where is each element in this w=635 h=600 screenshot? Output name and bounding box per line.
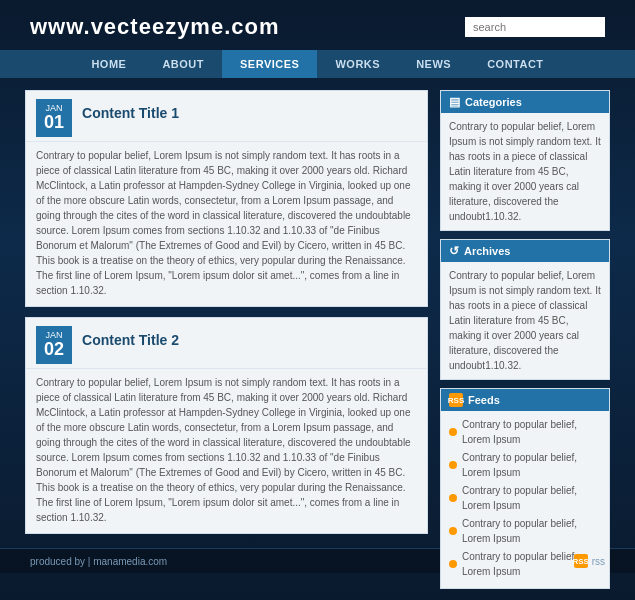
feeds-title: Feeds: [468, 394, 500, 406]
nav-item-about[interactable]: ABOUT: [144, 50, 222, 78]
main-content: Jan01Content Title 1Contrary to popular …: [0, 78, 635, 548]
header: www.vecteezyme.com: [0, 0, 635, 50]
sidebar: ▤ Categories Contrary to popular belief,…: [440, 90, 610, 536]
archives-header: ↺ Archives: [441, 240, 609, 262]
rss-label: rss: [592, 556, 605, 567]
feed-dot-4: [449, 527, 457, 535]
feed-item-1: Contrary to popular belief, Lorem Ipsum: [449, 417, 601, 447]
feed-item-3: Contrary to popular belief, Lorem Ipsum: [449, 483, 601, 513]
nav-item-news[interactable]: NEWS: [398, 50, 469, 78]
footer-text: produced by | manamedia.com: [30, 556, 167, 567]
article-title-2: Content Title 2: [82, 326, 179, 348]
article-header-1: Jan01Content Title 1: [26, 91, 427, 142]
archives-body: Contrary to popular belief, Lorem Ipsum …: [441, 262, 609, 379]
search-input[interactable]: [465, 17, 605, 37]
date-box-1: Jan01: [36, 99, 72, 137]
categories-title: Categories: [465, 96, 522, 108]
nav-item-works[interactable]: WORKS: [317, 50, 398, 78]
feed-dot-3: [449, 494, 457, 502]
site-title: www.vecteezyme.com: [30, 14, 280, 40]
nav-item-home[interactable]: HOME: [73, 50, 144, 78]
categories-body: Contrary to popular belief, Lorem Ipsum …: [441, 113, 609, 230]
feed-text-1: Contrary to popular belief, Lorem Ipsum: [462, 417, 601, 447]
date-day-1: 01: [44, 113, 64, 133]
categories-widget: ▤ Categories Contrary to popular belief,…: [440, 90, 610, 231]
nav-item-services[interactable]: SERVICES: [222, 50, 317, 78]
rss-icon: RSS: [449, 393, 463, 407]
feed-item-4: Contrary to popular belief, Lorem Ipsum: [449, 516, 601, 546]
footer-rss[interactable]: RSS rss: [574, 554, 605, 568]
article-2: Jan02Content Title 2Contrary to popular …: [25, 317, 428, 534]
categories-icon: ▤: [449, 95, 460, 109]
archives-icon: ↺: [449, 244, 459, 258]
feed-item-2: Contrary to popular belief, Lorem Ipsum: [449, 450, 601, 480]
article-body-1: Contrary to popular belief, Lorem Ipsum …: [26, 142, 427, 306]
rss-footer-icon: RSS: [574, 554, 588, 568]
categories-header: ▤ Categories: [441, 91, 609, 113]
article-1: Jan01Content Title 1Contrary to popular …: [25, 90, 428, 307]
articles-section: Jan01Content Title 1Contrary to popular …: [25, 90, 428, 536]
feeds-header: RSS Feeds: [441, 389, 609, 411]
nav-item-contact[interactable]: CONTACT: [469, 50, 561, 78]
feed-dot-2: [449, 461, 457, 469]
feed-text-3: Contrary to popular belief, Lorem Ipsum: [462, 483, 601, 513]
feed-dot-1: [449, 428, 457, 436]
archives-widget: ↺ Archives Contrary to popular belief, L…: [440, 239, 610, 380]
archives-title: Archives: [464, 245, 510, 257]
date-day-2: 02: [44, 340, 64, 360]
nav: HOMEABOUTSERVICESWORKSNEWSCONTACT: [0, 50, 635, 78]
feed-text-4: Contrary to popular belief, Lorem Ipsum: [462, 516, 601, 546]
article-title-1: Content Title 1: [82, 99, 179, 121]
article-body-2: Contrary to popular belief, Lorem Ipsum …: [26, 369, 427, 533]
feed-dot-5: [449, 560, 457, 568]
date-box-2: Jan02: [36, 326, 72, 364]
feed-text-2: Contrary to popular belief, Lorem Ipsum: [462, 450, 601, 480]
article-header-2: Jan02Content Title 2: [26, 318, 427, 369]
